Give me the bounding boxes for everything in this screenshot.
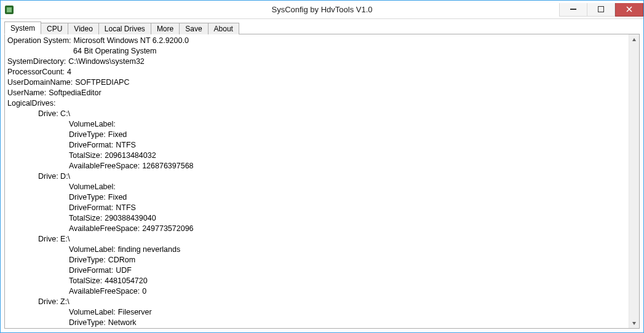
username-value: SoftpediaEditor [49, 88, 101, 98]
drivetype-label: DriveType: [69, 255, 106, 265]
info-line: Drive: Z:\ [7, 297, 626, 307]
info-line: VolumeLabel:Fileserver [7, 307, 626, 318]
info-line: DriveFormat:NTFS [7, 203, 626, 213]
drivetype-value: Network [108, 318, 137, 328]
totalsize-label: TotalSize: [69, 213, 102, 224]
drivetype-value: Fixed [108, 192, 127, 203]
os-bits-line: 64 Bit Operating System [7, 46, 626, 57]
svg-marker-6 [632, 38, 636, 41]
totalsize-label: TotalSize: [69, 276, 102, 286]
scroll-down-button[interactable] [629, 318, 639, 328]
driveformat-label: DriveFormat: [69, 265, 113, 276]
userdomain-label: UserDomainName: [7, 77, 73, 88]
info-line: DriveFormat:UDF [7, 265, 626, 276]
tab-cpu[interactable]: CPU [41, 23, 68, 34]
drive-header: Drive: E:\ [38, 234, 70, 245]
info-line: DriveType:CDRom [7, 255, 626, 265]
tab-save[interactable]: Save [179, 23, 208, 34]
tab-panel: Operation System:Microsoft Windows NT 6.… [4, 34, 640, 329]
tab-about[interactable]: About [208, 23, 239, 34]
driveformat-value: UDF [116, 265, 132, 276]
volumelabel-label: VolumeLabel: [69, 119, 116, 130]
info-line: ProcessorCount:4 [7, 67, 626, 77]
freespace-value: 0 [142, 286, 146, 297]
info-line: DriveType:Fixed [7, 130, 626, 140]
info-line: AvailableFreeSpace:249773572096 [7, 224, 626, 234]
driveformat-value: NTFS [116, 203, 136, 213]
info-line: Operation System:Microsoft Windows NT 6.… [7, 36, 626, 46]
svg-rect-3 [598, 7, 604, 12]
maximize-button[interactable] [587, 3, 615, 17]
volumelabel-value: finding neverlands [118, 245, 180, 255]
sysdir-value: C:\Windows\system32 [68, 57, 145, 67]
freespace-value: 249773572096 [142, 224, 193, 234]
drivetype-label: DriveType: [69, 318, 106, 328]
logicaldrives-label: LogicalDrives: [7, 98, 56, 109]
info-line: LogicalDrives: [7, 98, 626, 109]
info-line: DriveFormat:NTFS [7, 140, 626, 151]
volumelabel-value: Fileserver [118, 307, 152, 318]
info-line: UserName:SoftpediaEditor [7, 88, 626, 98]
scroll-up-button[interactable] [629, 34, 639, 45]
info-line: Drive: D:\ [7, 171, 626, 182]
info-line: UserDomainName:SOFTPEDIAPC [7, 77, 626, 88]
drive-header: Drive: Z:\ [38, 297, 70, 307]
info-line: TotalSize:209613484032 [7, 151, 626, 161]
drivetype-value: Fixed [108, 130, 127, 140]
window-buttons [560, 3, 643, 17]
window-title: SysConfig by HdvTools V1.0 [1, 5, 643, 14]
totalsize-label: TotalSize: [69, 151, 102, 161]
driveformat-value: NTFS [116, 140, 136, 151]
info-line: AvailableFreeSpace:0 [7, 286, 626, 297]
tab-local-drives[interactable]: Local Drives [98, 23, 151, 34]
info-line: TotalSize:4481054720 [7, 276, 626, 286]
totalsize-value: 209613484032 [105, 151, 156, 161]
info-line: DriveType:Network [7, 318, 626, 328]
info-line: VolumeLabel: [7, 182, 626, 192]
system-info-text: Operation System:Microsoft Windows NT 6.… [5, 34, 629, 328]
volumelabel-label: VolumeLabel: [69, 307, 116, 318]
scroll-track[interactable] [629, 45, 639, 318]
tab-strip: SystemCPUVideoLocal DrivesMoreSaveAbout [4, 20, 640, 34]
client-area: SystemCPUVideoLocal DrivesMoreSaveAbout … [1, 19, 643, 332]
info-line: Drive: C:\ [7, 109, 626, 119]
app-window: SysConfig by HdvTools V1.0 SystemCPUVide… [0, 0, 644, 333]
drivetype-value: CDRom [108, 255, 135, 265]
svg-rect-1 [7, 7, 12, 12]
info-line: DriveType:Fixed [7, 192, 626, 203]
info-line: SystemDirectory:C:\Windows\system32 [7, 57, 626, 67]
tab-more[interactable]: More [151, 23, 180, 34]
info-line: VolumeLabel:finding neverlands [7, 245, 626, 255]
os-bits: 64 Bit Operating System [73, 47, 156, 55]
os-value: Microsoft Windows NT 6.2.9200.0 [74, 36, 189, 46]
drive-header: Drive: C:\ [38, 109, 70, 119]
freespace-label: AvailableFreeSpace: [69, 286, 140, 297]
os-label: Operation System: [7, 36, 71, 46]
info-line: AvailableFreeSpace:126876397568 [7, 161, 626, 171]
proccount-label: ProcessorCount: [7, 67, 65, 77]
volumelabel-label: VolumeLabel: [69, 245, 116, 255]
userdomain-value: SOFTPEDIAPC [75, 77, 129, 88]
tab-video[interactable]: Video [68, 23, 98, 34]
info-line: TotalSize:290388439040 [7, 213, 626, 224]
drive-header: Drive: D:\ [38, 171, 70, 182]
volumelabel-label: VolumeLabel: [69, 182, 116, 192]
freespace-value: 126876397568 [142, 161, 193, 171]
proccount-value: 4 [67, 67, 71, 77]
totalsize-value: 290388439040 [105, 213, 156, 224]
drivetype-label: DriveType: [69, 192, 106, 203]
sysdir-label: SystemDirectory: [7, 57, 66, 67]
svg-marker-7 [632, 322, 636, 325]
close-button[interactable] [615, 3, 643, 17]
info-line: VolumeLabel: [7, 119, 626, 130]
minimize-button[interactable] [559, 3, 587, 17]
vertical-scrollbar[interactable] [629, 34, 639, 328]
app-icon [4, 5, 14, 15]
username-label: UserName: [7, 88, 46, 98]
driveformat-label: DriveFormat: [69, 203, 113, 213]
totalsize-value: 4481054720 [105, 276, 148, 286]
tab-system[interactable]: System [4, 22, 41, 34]
svg-rect-2 [570, 9, 576, 10]
driveformat-label: DriveFormat: [69, 140, 113, 151]
title-bar[interactable]: SysConfig by HdvTools V1.0 [1, 1, 643, 19]
